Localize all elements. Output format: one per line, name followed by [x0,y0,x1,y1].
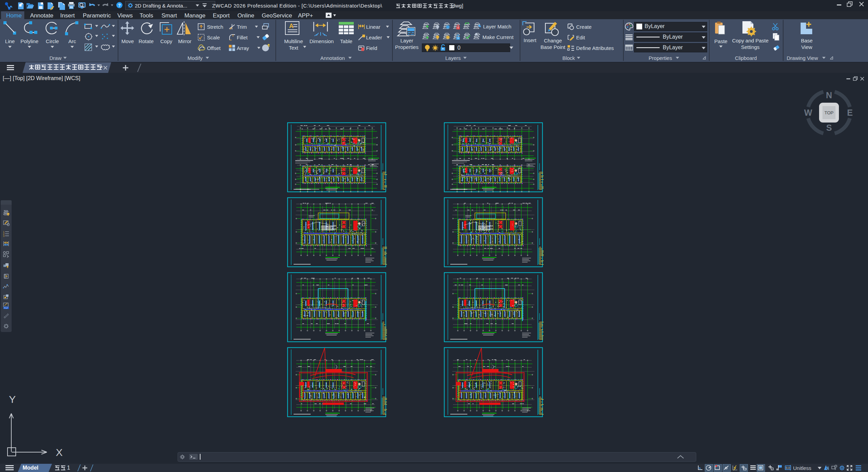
svg-text:W: W [804,108,812,117]
svg-text:X: X [56,447,63,458]
svg-text:Y: Y [9,394,16,405]
svg-text:PGP: PGP [4,307,8,309]
svg-text:0.0: 0.0 [786,466,790,470]
svg-text:N: N [826,90,832,100]
svg-text:S: S [826,123,832,132]
svg-text:?: ? [118,3,121,8]
svg-text:TOP: TOP [825,110,834,115]
svg-text:E: E [847,108,853,117]
svg-text:A: A [289,23,294,29]
svg-text:3: 3 [3,235,4,237]
